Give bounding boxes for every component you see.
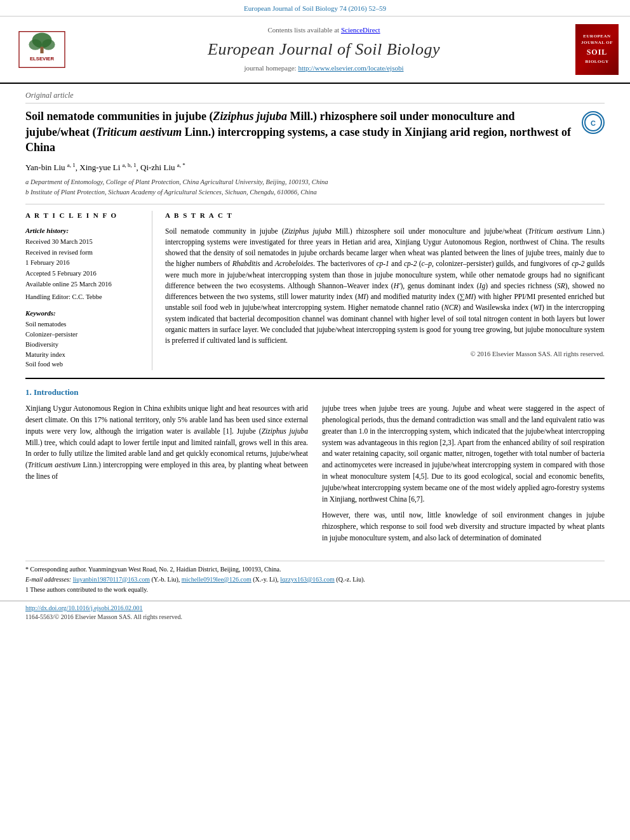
- abstract-heading: A B S T R A C T: [165, 211, 605, 220]
- keyword-1: Soil nematodes: [25, 320, 143, 330]
- intro-col-left: Xinjiang Uygur Autonomous Region in Chin…: [25, 403, 308, 549]
- svg-text:C: C: [591, 119, 596, 127]
- received-row: Received 30 March 2015: [25, 237, 143, 247]
- body-section: 1. Introduction Xinjiang Uygur Autonomou…: [0, 387, 630, 594]
- svg-text:ELSEVIER: ELSEVIER: [30, 56, 55, 62]
- article-type: Original article: [25, 90, 605, 104]
- abstract-text: Soil nematode community in jujube (Zizip…: [165, 226, 605, 347]
- email-link-1[interactable]: liuyanbin19870117@163.com: [73, 576, 150, 583]
- keywords-subheading: Keywords:: [25, 309, 143, 318]
- section-divider: [25, 378, 605, 379]
- intro-heading: 1. Introduction: [25, 387, 605, 398]
- footer: http://dx.doi.org/10.1016/j.ejsobi.2016.…: [0, 601, 630, 624]
- email-link-2[interactable]: michelle0919lee@126.com: [182, 576, 251, 583]
- intro-two-col: Xinjiang Uygur Autonomous Region in Chin…: [25, 403, 605, 549]
- abstract-column: A B S T R A C T Soil nematode community …: [165, 211, 605, 370]
- accepted-row: Accepted 5 February 2016: [25, 269, 143, 279]
- crossmark-icon: C: [582, 111, 605, 134]
- homepage-link[interactable]: http://www.elsevier.com/locate/ejsobi: [298, 64, 403, 72]
- doi-link[interactable]: http://dx.doi.org/10.1016/j.ejsobi.2016.…: [25, 604, 143, 611]
- svg-point-2: [29, 39, 42, 50]
- sciencedirect-link[interactable]: ScienceDirect: [341, 26, 380, 34]
- available-row: Available online 25 March 2016: [25, 280, 143, 290]
- article-title-row: Soil nematode communities in jujube (Ziz…: [25, 109, 605, 155]
- article-title: Soil nematode communities in jujube (Ziz…: [25, 109, 575, 155]
- corresponding-author: * Corresponding author. Yuanmingyuan Wes…: [25, 565, 605, 574]
- journal-header-center: Contents lists available at ScienceDirec…: [83, 23, 565, 76]
- article-section: Original article Soil nematode communiti…: [0, 84, 630, 370]
- intro-col-right: jujube trees when jujube trees are young…: [322, 403, 605, 549]
- svg-rect-4: [40, 47, 43, 53]
- history-subheading: Article history:: [25, 226, 143, 236]
- affiliation-a: a Department of Entomology, College of P…: [25, 178, 605, 187]
- journal-header: ELSEVIER Contents lists available at Sci…: [0, 16, 630, 83]
- footnote-equal-contribution: 1 These authors contributed to the work …: [25, 585, 605, 594]
- keyword-2: Colonizer–persister: [25, 330, 143, 340]
- crossmark-badge: C: [582, 111, 605, 134]
- intro-para-1: Xinjiang Uygur Autonomous Region in Chin…: [25, 403, 308, 483]
- article-info-heading: A R T I C L E I N F O: [25, 211, 143, 220]
- article-info-column: A R T I C L E I N F O Article history: R…: [25, 211, 152, 370]
- intro-para-3: However, there was, until now, little kn…: [322, 510, 605, 543]
- elsevier-logo-icon: ELSEVIER: [14, 30, 70, 69]
- info-abstract-section: A R T I C L E I N F O Article history: R…: [25, 204, 605, 370]
- affiliations: a Department of Entomology, College of P…: [25, 178, 605, 197]
- authors-line: Yan-bin Liu a, 1, Xing-yue Li a, b, 1, Q…: [25, 161, 605, 174]
- journal-badge-container: EUROPEAN JOURNAL OF SOIL BIOLOGY: [574, 23, 620, 76]
- email-addresses: E-mail addresses: liuyanbin19870117@163.…: [25, 575, 605, 584]
- received-revised-label: Received in revised form: [25, 248, 143, 258]
- keyword-3: Biodiversity: [25, 340, 143, 350]
- copyright-line: © 2016 Elsevier Masson SAS. All rights r…: [165, 350, 605, 359]
- journal-badge: EUROPEAN JOURNAL OF SOIL BIOLOGY: [575, 24, 619, 75]
- affiliation-b: b Institute of Plant Protection, Sichuan…: [25, 188, 605, 197]
- handling-editor-row: Handling Editor: C.C. Tebbe: [25, 293, 143, 302]
- journal-homepage: journal homepage: http://www.elsevier.co…: [83, 63, 565, 73]
- footnotes: * Corresponding author. Yuanmingyuan Wes…: [25, 561, 605, 594]
- svg-point-3: [42, 39, 55, 50]
- keyword-5: Soil food web: [25, 360, 143, 370]
- received-revised-date: 1 February 2016: [25, 258, 143, 268]
- elsevier-logo-container: ELSEVIER: [10, 23, 74, 76]
- email-link-3[interactable]: lqzzyx163@163.com: [280, 576, 335, 583]
- journal-reference: European Journal of Soil Biology 74 (201…: [0, 0, 630, 16]
- sciencedirect-line: Contents lists available at ScienceDirec…: [83, 25, 565, 35]
- issn-line: 1164-5563/© 2016 Elsevier Masson SAS. Al…: [25, 613, 182, 620]
- keywords-list: Soil nematodes Colonizer–persister Biodi…: [25, 320, 143, 369]
- intro-para-2: jujube trees when jujube trees are young…: [322, 403, 605, 505]
- keyword-4: Maturity index: [25, 350, 143, 360]
- journal-title: European Journal of Soil Biology: [83, 38, 565, 61]
